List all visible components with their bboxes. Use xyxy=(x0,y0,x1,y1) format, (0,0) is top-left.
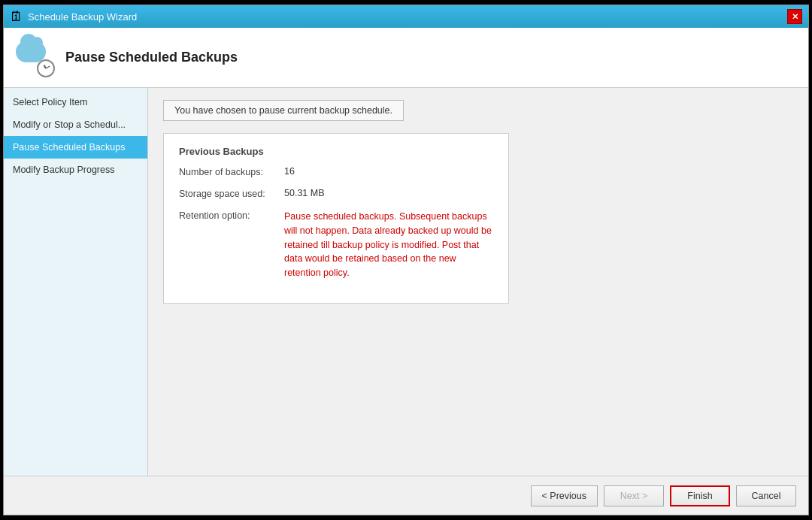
data-panel: Previous Backups Number of backups: 16 S… xyxy=(163,133,509,304)
footer: < Previous Next > Finish Cancel xyxy=(4,476,808,515)
cloud-icon xyxy=(16,41,46,62)
main-content: Select Policy Item Modify or Stop a Sche… xyxy=(4,88,808,476)
sidebar: Select Policy Item Modify or Stop a Sche… xyxy=(4,88,148,476)
content-area: You have chosen to pause current backup … xyxy=(148,88,808,476)
finish-button[interactable]: Finish xyxy=(670,485,730,506)
data-row-backups: Number of backups: 16 xyxy=(179,166,493,177)
label-retention: Retention option: xyxy=(179,210,284,221)
sidebar-item-modify-or-stop[interactable]: Modify or Stop a Schedul... xyxy=(4,113,147,136)
sidebar-item-select-policy[interactable]: Select Policy Item xyxy=(4,91,147,113)
header-title: Pause Scheduled Backups xyxy=(65,50,238,65)
clock-hands xyxy=(41,63,51,74)
sidebar-item-pause-scheduled[interactable]: Pause Scheduled Backups xyxy=(4,136,147,159)
data-row-storage: Storage space used: 50.31 MB xyxy=(179,188,493,199)
clock-minute-hand xyxy=(46,65,50,68)
value-storage: 50.31 MB xyxy=(284,188,325,198)
window-title: Schedule Backup Wizard xyxy=(28,11,137,23)
label-num-backups: Number of backups: xyxy=(179,166,284,177)
previous-button[interactable]: < Previous xyxy=(531,485,598,506)
title-bar-left: 🗓 Schedule Backup Wizard xyxy=(10,9,137,25)
app-icon: 🗓 xyxy=(10,9,23,25)
info-banner: You have chosen to pause current backup … xyxy=(163,100,404,121)
header-icon xyxy=(16,38,55,77)
label-storage: Storage space used: xyxy=(179,188,284,199)
title-bar: 🗓 Schedule Backup Wizard ✕ xyxy=(4,5,808,28)
next-button[interactable]: Next > xyxy=(604,485,664,506)
panel-title: Previous Backups xyxy=(179,146,493,157)
clock-icon xyxy=(37,59,55,77)
header-section: Pause Scheduled Backups xyxy=(4,28,808,88)
sidebar-item-modify-backup[interactable]: Modify Backup Progress xyxy=(4,159,147,181)
data-row-retention: Retention option: Pause scheduled backup… xyxy=(179,210,493,280)
value-num-backups: 16 xyxy=(284,166,295,177)
value-retention: Pause scheduled backups. Subsequent back… xyxy=(284,210,493,280)
main-window: 🗓 Schedule Backup Wizard ✕ Pause Schedul… xyxy=(3,5,809,515)
close-button[interactable]: ✕ xyxy=(787,9,802,24)
cancel-button[interactable]: Cancel xyxy=(736,485,796,506)
